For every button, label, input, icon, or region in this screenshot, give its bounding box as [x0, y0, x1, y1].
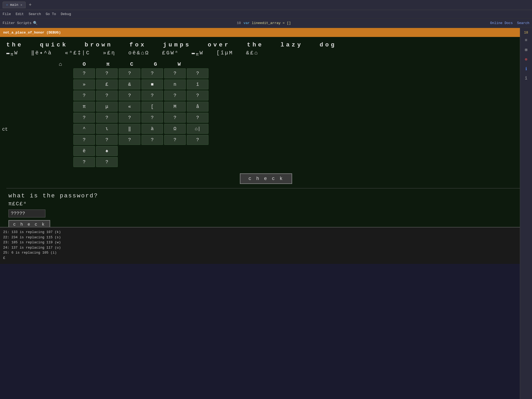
- cell-6-3[interactable]: à: [141, 124, 163, 134]
- cell-1-3[interactable]: ?: [141, 68, 163, 78]
- cell-2-5[interactable]: î: [187, 79, 208, 89]
- cell-6-1[interactable]: ι: [96, 124, 118, 134]
- cell-9-1[interactable]: ?: [96, 157, 118, 167]
- cell-3-5[interactable]: ?: [187, 91, 208, 101]
- header-5: W: [167, 61, 191, 67]
- header-0: ⌂: [49, 61, 72, 67]
- sentence-display: the quick brown fox jumps over the lazy …: [6, 42, 526, 48]
- debug-line-3: 23: 185 is replacing 119 (w): [3, 240, 529, 245]
- cell-8-1[interactable]: ♠: [96, 146, 118, 156]
- cell-6-0[interactable]: ^: [73, 124, 95, 134]
- debug-line-6: £: [3, 255, 529, 261]
- cell-6-4[interactable]: Ω: [164, 124, 186, 134]
- debug-line-4: 24: 137 is replacing 117 (u): [3, 245, 529, 250]
- menu-debug[interactable]: Debug: [61, 12, 71, 16]
- cell-3-3[interactable]: ?: [141, 91, 163, 101]
- grid-row-5: ? ? ? ? ? ?: [49, 113, 526, 123]
- cell-9-0[interactable]: ?: [73, 157, 95, 167]
- sidebar-icon-menu[interactable]: ≡: [522, 37, 530, 44]
- cell-1-1[interactable]: ?: [96, 68, 118, 78]
- sidebar-number: 18: [524, 31, 528, 35]
- cell-7-3[interactable]: ?: [141, 135, 163, 145]
- cell-5-0[interactable]: ?: [73, 113, 95, 123]
- grid-header-row: ⌂ O π C G W: [49, 61, 526, 67]
- symbol-grid: ⌂ O π C G W ? ? ? ? ? ? » £: [49, 61, 526, 168]
- cell-7-1[interactable]: ?: [96, 135, 118, 145]
- cell-4-3[interactable]: [: [141, 102, 163, 112]
- sidebar-icon-error[interactable]: ⊗: [522, 56, 530, 63]
- game-window-title: not_a_place_of_honor (DEBUG): [3, 31, 61, 35]
- tab-icon: ○: [6, 3, 8, 7]
- new-tab-button[interactable]: +: [27, 2, 34, 8]
- cell-5-5[interactable]: ?: [187, 113, 208, 123]
- password-encoded-label: π£C£ⁿ: [8, 201, 524, 207]
- password-question-label: what is the password?: [8, 193, 524, 199]
- grid-row-6: ^ ι ‖ à Ω ⌂|: [49, 124, 526, 134]
- menu-search[interactable]: Search: [28, 12, 41, 16]
- sidebar-icon-misc[interactable]: î: [522, 75, 530, 82]
- line-info: 10 var lineedit_array = []: [237, 21, 291, 25]
- cell-2-2[interactable]: &: [119, 79, 140, 89]
- cell-5-4[interactable]: ?: [164, 113, 186, 123]
- password-input[interactable]: [8, 210, 45, 217]
- header-2: π: [96, 61, 120, 67]
- debug-line-2: 22: 234 is replacing 115 (s): [3, 235, 529, 240]
- debug-line-1: 21: 133 is replacing 107 (k): [3, 230, 529, 235]
- menu-bar: File Edit Search Go To Debug: [0, 10, 532, 18]
- cell-5-1[interactable]: ?: [96, 113, 118, 123]
- search-link[interactable]: Search: [517, 21, 529, 25]
- online-docs-link[interactable]: Online Docs: [490, 21, 513, 25]
- main-tab[interactable]: ○ main ✕: [3, 2, 26, 8]
- cell-4-5[interactable]: å: [187, 102, 208, 112]
- cell-1-0[interactable]: ?: [73, 68, 95, 78]
- filter-search-icon[interactable]: 🔍: [33, 21, 37, 25]
- cell-2-0[interactable]: »: [73, 79, 95, 89]
- code-snippet: var lineedit_array = []: [244, 21, 291, 25]
- debug-line-5: 25: 6 is replacing 105 (i): [3, 250, 529, 255]
- cell-5-2[interactable]: ?: [119, 113, 140, 123]
- cell-1-5[interactable]: ?: [187, 68, 208, 78]
- cell-4-4[interactable]: M: [164, 102, 186, 112]
- grid-row-2: » £ & ■ n î: [49, 79, 526, 89]
- sidebar-icon-info[interactable]: ℹ: [522, 65, 530, 73]
- cell-3-1[interactable]: ?: [96, 91, 118, 101]
- grid-row-1: ? ? ? ? ? ?: [49, 68, 526, 78]
- header-3: C: [120, 61, 144, 67]
- cell-2-3[interactable]: ■: [141, 79, 163, 89]
- cell-8-0[interactable]: ë: [73, 146, 95, 156]
- cell-3-0[interactable]: ?: [73, 91, 95, 101]
- cell-7-5[interactable]: ?: [187, 135, 208, 145]
- cell-3-2[interactable]: ?: [119, 91, 140, 101]
- toolbar: Filter Scripts 🔍 10 var lineedit_array =…: [0, 18, 532, 28]
- filter-scripts-area: Filter Scripts 🔍: [3, 21, 37, 25]
- menu-edit[interactable]: Edit: [16, 12, 24, 16]
- online-docs-area: Online Docs Search: [490, 21, 529, 25]
- cell-1-2[interactable]: ?: [119, 68, 140, 78]
- close-tab-button[interactable]: ✕: [20, 3, 22, 7]
- cell-6-5[interactable]: ⌂|: [187, 124, 208, 134]
- game-title-bar: not_a_place_of_honor (DEBUG) − □: [0, 28, 532, 37]
- cell-5-3[interactable]: ?: [141, 113, 163, 123]
- cell-2-4[interactable]: n: [164, 79, 186, 89]
- check-button[interactable]: c h e c k: [240, 173, 292, 184]
- cell-1-4[interactable]: ?: [164, 68, 186, 78]
- cell-4-2[interactable]: «: [119, 102, 140, 112]
- section-divider: [6, 188, 526, 188]
- header-4: G: [144, 61, 167, 67]
- cell-3-4[interactable]: ?: [164, 91, 186, 101]
- cell-7-0[interactable]: ?: [73, 135, 95, 145]
- cell-6-2[interactable]: ‖: [119, 124, 140, 134]
- grid-row-9: ? ?: [49, 157, 526, 167]
- grid-row-3: ? ? ? ? ? ?: [49, 91, 526, 101]
- cell-7-2[interactable]: ?: [119, 135, 140, 145]
- cell-2-1[interactable]: £: [96, 79, 118, 89]
- cell-4-1[interactable]: μ: [96, 102, 118, 112]
- cell-4-0[interactable]: π: [73, 102, 95, 112]
- cell-7-4[interactable]: ?: [164, 135, 186, 145]
- sidebar-icon-grid[interactable]: ⊞: [522, 46, 530, 54]
- var-name: lineedit_array = []: [252, 21, 291, 25]
- grid-row-7: ? ? ? ? ? ?: [49, 135, 526, 145]
- menu-goto[interactable]: Go To: [46, 12, 56, 16]
- password-section: what is the password? π£C£ⁿ c h e c k: [6, 193, 526, 229]
- menu-file[interactable]: File: [3, 12, 11, 16]
